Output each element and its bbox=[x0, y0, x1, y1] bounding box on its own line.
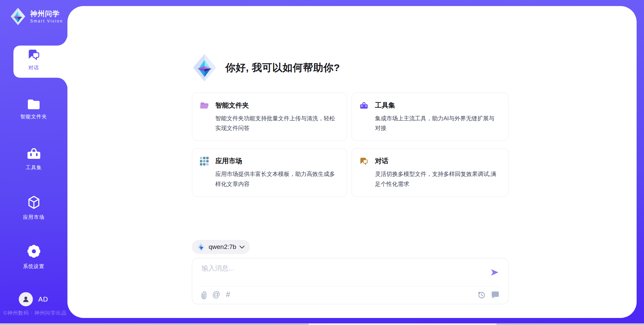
horizontal-scrollbar[interactable] bbox=[0, 323, 644, 325]
model-name: qwen2:7b bbox=[209, 243, 236, 251]
history-icon[interactable] bbox=[477, 290, 486, 299]
input-divider bbox=[201, 286, 499, 286]
mention-icon[interactable]: @ bbox=[212, 291, 220, 299]
attachment-icon[interactable] bbox=[201, 290, 207, 299]
sidebar-item-label: 智能文件夹 bbox=[20, 114, 47, 120]
card-app-market[interactable]: 应用市场 应用市场提供丰富长文本模板，助力高效生成多样化文章内容 bbox=[192, 148, 347, 196]
sidebar-item-label: 工具集 bbox=[26, 165, 42, 171]
message-input-box: @ # bbox=[192, 258, 508, 304]
open-folder-icon bbox=[200, 101, 209, 110]
card-chat[interactable]: 对话 灵活切换多模型文件，支持多样回复效果调试,满足个性化需求 bbox=[352, 148, 508, 196]
comment-icon[interactable] bbox=[491, 291, 499, 299]
toolbox-purple-icon bbox=[360, 101, 368, 110]
brand-diamond-icon bbox=[10, 7, 26, 25]
card-description: 灵活切换多模型文件，支持多样回复效果调试,满足个性化需求 bbox=[375, 169, 500, 189]
card-title: 对话 bbox=[375, 156, 388, 166]
sidebar-item-label: 对话 bbox=[29, 65, 39, 71]
brand-subtitle: Smart Vision bbox=[30, 19, 63, 23]
sidebar-item-smart-folder[interactable]: 智能文件夹 bbox=[0, 98, 67, 120]
chat-icon bbox=[28, 49, 40, 60]
hashtag-icon[interactable]: # bbox=[226, 291, 230, 299]
feature-cards: 智能文件夹 智能文件夹功能支持批量文件上传与清洗，轻松实现文件问答 工具集 集成… bbox=[192, 92, 508, 197]
chevron-down-icon bbox=[239, 246, 245, 249]
input-toolbar: @ # bbox=[201, 290, 499, 299]
greeting-title: 你好, 我可以如何帮助你? bbox=[225, 61, 340, 75]
person-icon bbox=[22, 296, 30, 303]
sidebar-item-settings[interactable]: 系统设置 bbox=[0, 244, 67, 270]
folder-icon bbox=[27, 98, 41, 109]
card-description: 集成市场上主流工具，助力AI与外界无缝扩展与对接 bbox=[375, 114, 500, 133]
scrollbar-thumb[interactable] bbox=[309, 323, 496, 325]
sidebar-item-label: 应用市场 bbox=[23, 214, 45, 220]
greeting-header: 你好, 我可以如何帮助你? bbox=[193, 53, 340, 82]
cube-icon bbox=[27, 195, 41, 210]
card-title: 工具集 bbox=[375, 101, 395, 110]
sidebar-footer-text: ©神州数码 · 神州问学出品 bbox=[3, 310, 66, 316]
brand-name: 神州问学 bbox=[30, 9, 63, 18]
card-description: 应用市场提供丰富长文本模板，助力高效生成多样化文章内容 bbox=[215, 169, 339, 189]
model-diamond-icon bbox=[197, 242, 205, 252]
chat-amber-icon bbox=[360, 157, 368, 166]
card-title: 应用市场 bbox=[215, 156, 242, 166]
sidebar-item-toolset[interactable]: 工具集 bbox=[0, 147, 67, 171]
gear-icon bbox=[26, 244, 42, 259]
send-icon[interactable] bbox=[490, 268, 499, 277]
sidebar-item-app-market[interactable]: 应用市场 bbox=[0, 195, 67, 220]
sidebar-item-chat[interactable]: 对话 bbox=[0, 49, 67, 71]
grid-icon bbox=[200, 157, 209, 166]
toolbox-icon bbox=[26, 147, 41, 160]
model-selector[interactable]: qwen2:7b bbox=[192, 240, 250, 254]
user-initials: AD bbox=[38, 296, 48, 303]
card-toolset[interactable]: 工具集 集成市场上主流工具，助力AI与外界无缝扩展与对接 bbox=[352, 92, 508, 141]
sidebar-item-label: 系统设置 bbox=[23, 263, 45, 270]
hero-diamond-icon bbox=[193, 53, 217, 82]
avatar bbox=[19, 292, 33, 306]
card-title: 智能文件夹 bbox=[215, 101, 249, 110]
message-input[interactable] bbox=[201, 263, 491, 284]
card-description: 智能文件夹功能支持批量文件上传与清洗，轻松实现文件问答 bbox=[215, 114, 339, 133]
brand-logo: 神州问学 Smart Vision bbox=[10, 7, 63, 25]
user-profile[interactable]: AD bbox=[19, 292, 48, 306]
card-smart-folder[interactable]: 智能文件夹 智能文件夹功能支持批量文件上传与清洗，轻松实现文件问答 bbox=[192, 92, 347, 141]
